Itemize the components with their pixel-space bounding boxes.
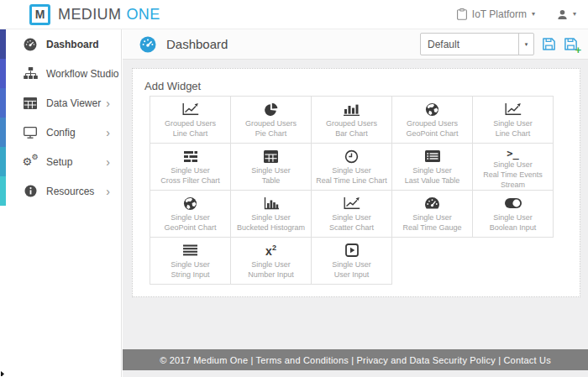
widget-label-line2: Table [262, 175, 281, 186]
widget-label-line1: Single User [412, 165, 452, 175]
user-menu[interactable]: ▾ [557, 9, 576, 20]
medium-one-logo[interactable]: M MEDIUM ONE [29, 4, 160, 25]
widget-label-line1: Grouped Users [165, 118, 216, 128]
widget-label-line2: Number Input [248, 270, 294, 280]
sidebar-item-resources[interactable]: Resources› [0, 176, 121, 206]
widget-single-user-user-input[interactable]: Single UserUser Input [312, 238, 392, 285]
widget-single-user-real-time-line-chart[interactable]: Single UserReal Time Line Chart [312, 144, 392, 191]
widget-single-user-real-time-events-stream[interactable]: >_Single UserReal Time Events Stream [473, 144, 554, 191]
widget-label-line2: Bucketed Histogram [237, 223, 305, 233]
widget-single-user-bucketed-histogram[interactable]: Single UserBucketed Histogram [231, 191, 312, 238]
terminal-icon: >_ [507, 147, 518, 160]
pie-chart-icon [264, 100, 278, 118]
widget-label-line1: Single User [332, 165, 371, 175]
sidebar-item-label: Config [46, 127, 76, 139]
logo-m-icon: M [29, 4, 50, 25]
dashboard-select[interactable]: Default ▾ [420, 33, 534, 55]
widget-single-user-scatter-chart[interactable]: Single UserScatter Chart [312, 191, 392, 238]
widget-label-line1: Single User [251, 165, 291, 175]
histogram-icon [264, 194, 279, 212]
clipboard-icon [457, 8, 467, 20]
save-dashboard-button[interactable] [542, 37, 556, 51]
string-input-icon [183, 241, 197, 259]
gears-icon: ⚙⚙ [22, 154, 39, 169]
header-controls: Default ▾ + [420, 33, 588, 55]
sidebar-item-label: Data Viewer [46, 97, 101, 109]
cross-filter-icon [183, 147, 198, 165]
platform-menu[interactable]: IoT Platform ▾ [457, 8, 535, 20]
medium-one-app: M MEDIUM ONE IoT Platform ▾ ▾ DashboardW… [0, 0, 588, 377]
widget-single-user-geopoint-chart[interactable]: Single UserGeoPoint Chart [150, 191, 231, 238]
widget-label-line1: Single User [332, 259, 371, 270]
sidebar-item-workflow-studio[interactable]: Workflow Studio [0, 59, 121, 88]
widget-label-line1: Grouped Users [245, 118, 297, 128]
widget-label-line2: Last Value Table [405, 175, 460, 186]
widget-label-line1: Single User [171, 259, 210, 270]
line-chart-icon [182, 100, 199, 118]
line-chart-icon [505, 100, 522, 118]
widget-grouped-users-geopoint-chart[interactable]: Grouped UsersGeoPoint Chart [392, 97, 473, 144]
widget-grouped-users-pie-chart[interactable]: Grouped UsersPie Chart [231, 97, 312, 144]
page-title: Dashboard [166, 37, 228, 51]
save-as-new-dashboard-button[interactable]: + [564, 37, 578, 51]
widget-label-line2: Bar Chart [335, 128, 368, 139]
widget-label-line2: Real Time Line Chart [316, 175, 387, 186]
widget-label-line2: String Input [171, 270, 209, 280]
globe-icon [183, 194, 197, 212]
number-input-icon: x2 [265, 241, 276, 259]
sidebar-item-label: Setup [46, 156, 72, 168]
widget-single-user-number-input[interactable]: x2Single UserNumber Input [231, 238, 312, 285]
platform-menu-label: IoT Platform [472, 8, 527, 20]
sidebar-item-setup[interactable]: ⚙⚙Setup› [0, 147, 121, 176]
bar-chart-icon [344, 100, 360, 118]
widget-single-user-last-value-table[interactable]: Single UserLast Value Table [392, 144, 473, 191]
chevron-right-icon: › [106, 186, 110, 197]
dashboard-gauge-icon [139, 36, 156, 53]
desktop-icon [22, 127, 39, 139]
widget-grouped-users-bar-chart[interactable]: Grouped UsersBar Chart [312, 97, 392, 144]
widget-label-line1: Single User [493, 212, 533, 223]
widget-label-line1: Grouped Users [326, 118, 377, 128]
chevron-right-icon: › [106, 156, 110, 168]
widget-label-line1: Single User [171, 212, 210, 223]
widget-label-line2: GeoPoint Chart [164, 223, 216, 233]
chevron-right-icon: › [106, 97, 110, 109]
gauge-icon [424, 194, 440, 212]
sidebar-item-config[interactable]: Config› [0, 118, 121, 147]
top-header: M MEDIUM ONE IoT Platform ▾ ▾ [0, 0, 588, 29]
widget-single-user-line-chart[interactable]: Single UserLine Chart [473, 97, 554, 144]
info-icon [22, 185, 39, 197]
sidebar-accent-strip [0, 29, 6, 206]
caret-down-icon: ▾ [532, 11, 535, 18]
widget-single-user-cross-filter-chart[interactable]: Single UserCross Filter Chart [150, 144, 231, 191]
content-body: Add Widget Grouped UsersLine ChartGroupe… [123, 60, 588, 377]
widget-single-user-table[interactable]: Single UserTable [231, 144, 312, 191]
widget-grouped-users-line-chart[interactable]: Grouped UsersLine Chart [150, 97, 231, 144]
globe-icon [425, 100, 439, 118]
widget-single-user-string-input[interactable]: Single UserString Input [150, 238, 231, 285]
user-icon [557, 9, 568, 20]
sidebar-item-dashboard[interactable]: Dashboard [0, 29, 121, 59]
widget-label-line1: Single User [332, 212, 371, 223]
caret-down-icon[interactable]: ▾ [518, 34, 533, 55]
widget-label-line2: Cross Filter Chart [160, 175, 220, 186]
widget-label-line1: Grouped Users [407, 118, 458, 128]
widget-label-line1: Single User [251, 259, 291, 270]
panel-title: Add Widget [144, 80, 201, 92]
widget-label-line1: Single User [171, 165, 210, 175]
widget-label-line1: Single User [493, 118, 533, 128]
play-square-icon [345, 241, 359, 259]
table-icon [22, 97, 39, 109]
logo-letter: M [35, 8, 45, 21]
sidebar-menu: DashboardWorkflow StudioData Viewer›Conf… [0, 29, 121, 206]
sidebar-item-label: Workflow Studio [46, 68, 118, 80]
widget-single-user-real-time-gauge[interactable]: Single UserReal Time Gauge [392, 191, 473, 238]
widget-label-line1: Single User [493, 160, 533, 170]
sitemap-icon [22, 67, 39, 80]
brand-one: ONE [126, 6, 160, 24]
widget-label-line2: Real Time Gauge [402, 223, 461, 233]
content-header: Dashboard Default ▾ + [123, 29, 588, 60]
widget-single-user-boolean-input[interactable]: Single UserBoolean Input [473, 191, 554, 238]
top-right-menus: IoT Platform ▾ ▾ [457, 8, 588, 20]
sidebar-item-data-viewer[interactable]: Data Viewer› [0, 88, 121, 118]
